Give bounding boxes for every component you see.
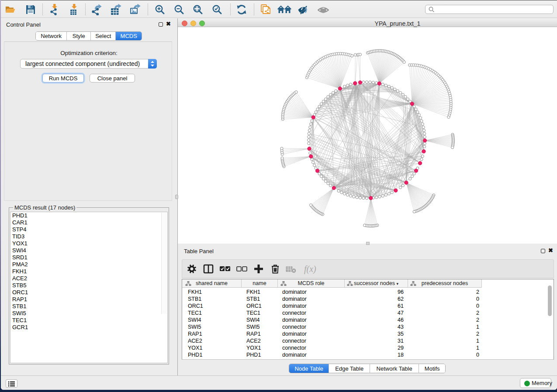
svg-text:f(x): f(x): [304, 264, 316, 274]
